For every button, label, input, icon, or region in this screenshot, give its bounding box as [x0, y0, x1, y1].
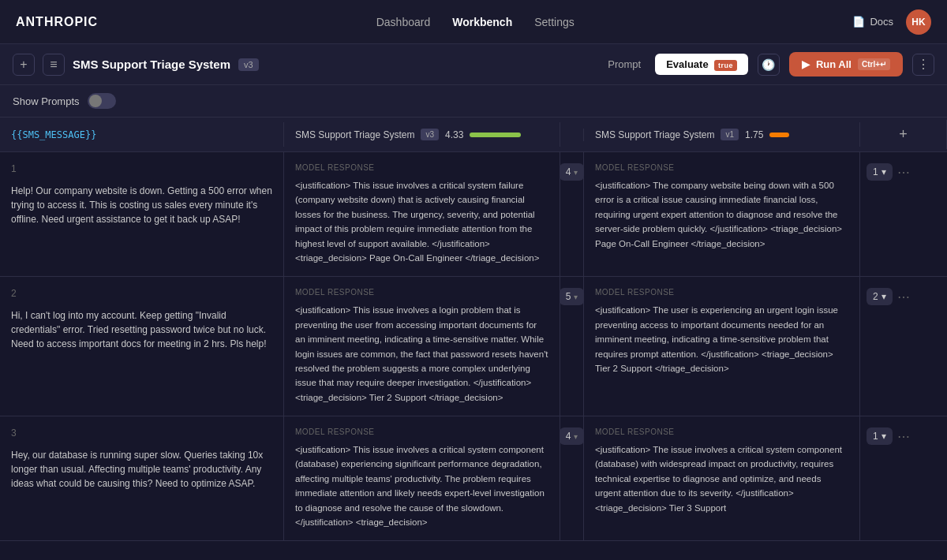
chevron-down-icon: ▾ [881, 166, 886, 177]
chevron-down-icon: ▾ [881, 431, 886, 442]
row-2-label-v3: MODEL RESPONSE [295, 288, 548, 297]
row-2-score-v3-cell: 5 ▾ [560, 277, 584, 416]
row-3-text-v1: <justification> The issue involves a cri… [595, 442, 848, 515]
row-1-score-v1[interactable]: 1 ▾ [867, 163, 893, 181]
beta-badge: true [714, 60, 737, 71]
show-prompts-bar: Show Prompts [0, 85, 947, 118]
row-3-label-v1: MODEL RESPONSE [595, 427, 848, 436]
model-v1-name: SMS Support Triage System [595, 129, 714, 140]
docs-icon: 📄 [852, 16, 865, 28]
score-bar-v3: 4.33 [445, 129, 521, 140]
add-button[interactable]: + [13, 54, 35, 76]
row-2-text-v3: <justification> This issue involves a lo… [295, 303, 548, 405]
docs-label: Docs [870, 16, 893, 28]
toolbar-right: 🕐 ▶ Run All Ctrl+↵ ⋮ [758, 52, 934, 77]
row-3-message: Hey, our database is running super slow.… [11, 448, 272, 491]
row-3-more-button[interactable]: ⋯ [896, 427, 911, 446]
row-3-message-cell: 3 Hey, our database is running super slo… [0, 416, 284, 540]
toolbar: + ≡ SMS Support Triage System v3 Prompt … [0, 44, 947, 85]
version-badge: v3 [238, 58, 259, 71]
score-bar-v3-fill [470, 133, 521, 137]
chevron-down-icon: ▾ [574, 293, 578, 301]
row-2-label-v1: MODEL RESPONSE [595, 288, 848, 297]
nav-settings[interactable]: Settings [534, 16, 575, 28]
row-3-score-v3-cell: 4 ▾ [560, 416, 584, 540]
th-message: {{SMS_MESSAGE}} [0, 122, 284, 147]
row-3-actions-row: 1 ▾ ⋯ [867, 427, 941, 446]
score-v1-val: 1.75 [745, 129, 763, 140]
table-header: {{SMS_MESSAGE}} SMS Support Triage Syste… [0, 118, 947, 152]
nav-right: 📄 Docs HK [852, 9, 931, 35]
row-3-actions: 1 ▾ ⋯ [860, 416, 947, 540]
row-2-score-v3-val: 5 [566, 291, 571, 302]
chevron-down-icon: ▾ [881, 291, 886, 302]
list-button[interactable]: ≡ [43, 54, 65, 76]
row-1-more-button[interactable]: ⋯ [896, 163, 911, 181]
top-navigation: ANTHROPIC Dashboard Workbench Settings 📄… [0, 0, 947, 44]
row-1-label-v1: MODEL RESPONSE [595, 163, 848, 172]
row-2-actions: 2 ▾ ⋯ [860, 277, 947, 416]
history-button[interactable]: 🕐 [758, 54, 780, 76]
row-2-score-v1[interactable]: 2 ▾ [867, 288, 893, 305]
th-add-col[interactable]: + [860, 120, 947, 149]
show-prompts-label: Show Prompts [13, 95, 80, 107]
row-1-text-v1: <justification> The company website bein… [595, 178, 848, 251]
nav-dashboard[interactable]: Dashboard [376, 16, 431, 28]
row-3-score-v3-val: 4 [566, 431, 571, 442]
logo: ANTHROPIC [16, 15, 98, 29]
chevron-down-icon: ▾ [574, 168, 578, 177]
table-row: 3 Hey, our database is running super slo… [0, 416, 947, 541]
row-2-number: 2 [11, 288, 272, 299]
th-model-v1: SMS Support Triage System v1 1.75 [584, 122, 860, 147]
row-1-message-cell: 1 Help! Our company website is down. Get… [0, 152, 284, 276]
project-title: SMS Support Triage System [73, 58, 230, 71]
row-1-score-v3-val: 4 [566, 166, 571, 177]
tab-prompt[interactable]: Prompt [597, 54, 652, 75]
main-content: {{SMS_MESSAGE}} SMS Support Triage Syste… [0, 118, 947, 560]
table-row: 2 Hi, I can't log into my account. Keep … [0, 277, 947, 416]
score-v3-val: 4.33 [445, 129, 463, 140]
table-row: 1 Help! Our company website is down. Get… [0, 152, 947, 277]
toolbar-left: + ≡ SMS Support Triage System v3 [13, 54, 587, 76]
row-1-actions-row: 1 ▾ ⋯ [867, 163, 941, 181]
template-var-header: {{SMS_MESSAGE}} [11, 129, 96, 140]
row-1-number: 1 [11, 163, 272, 174]
row-1-response-v1: MODEL RESPONSE <justification> The compa… [584, 152, 860, 276]
row-1-label-v3: MODEL RESPONSE [295, 163, 548, 172]
avatar[interactable]: HK [906, 9, 931, 35]
row-1-score-v3-cell: 4 ▾ [560, 152, 584, 276]
row-1-response-v3: MODEL RESPONSE <justification> This issu… [284, 152, 560, 276]
row-3-response-v3: MODEL RESPONSE <justification> This issu… [284, 416, 560, 540]
model-v1-version: v1 [721, 129, 739, 140]
row-3-label-v3: MODEL RESPONSE [295, 427, 548, 436]
run-all-shortcut: Ctrl+↵ [858, 58, 890, 70]
row-3-text-v3: <justification> This issue involves a cr… [295, 442, 548, 529]
add-column-button[interactable]: + [899, 126, 908, 143]
show-prompts-toggle[interactable] [88, 93, 116, 109]
row-2-message: Hi, I can't log into my account. Keep ge… [11, 308, 272, 351]
run-all-button[interactable]: ▶ Run All Ctrl+↵ [789, 52, 903, 77]
docs-button[interactable]: 📄 Docs [852, 16, 893, 28]
row-1-message: Help! Our company website is down. Getti… [11, 184, 272, 226]
chevron-down-icon: ▾ [574, 432, 578, 441]
row-2-response-v3: MODEL RESPONSE <justification> This issu… [284, 277, 560, 416]
row-2-response-v1: MODEL RESPONSE <justification> The user … [584, 277, 860, 416]
row-1-score-v3[interactable]: 4 ▾ [560, 163, 585, 181]
row-3-score-v3[interactable]: 4 ▾ [560, 427, 585, 445]
nav-workbench[interactable]: Workbench [452, 16, 512, 28]
row-2-message-cell: 2 Hi, I can't log into my account. Keep … [0, 277, 284, 416]
tab-evaluate[interactable]: Evaluate true [655, 54, 748, 75]
model-v3-name: SMS Support Triage System [295, 129, 414, 140]
row-2-score-v3[interactable]: 5 ▾ [560, 288, 585, 305]
score-bar-v1: 1.75 [745, 129, 789, 140]
more-button[interactable]: ⋮ [912, 54, 934, 76]
th-model-v3-inner: SMS Support Triage System v3 4.33 [295, 129, 548, 140]
row-3-score-v1[interactable]: 1 ▾ [867, 427, 893, 445]
run-all-label: Run All [816, 58, 852, 70]
row-3-response-v1: MODEL RESPONSE <justification> The issue… [584, 416, 860, 540]
row-2-actions-row: 2 ▾ ⋯ [867, 288, 941, 306]
nav-links: Dashboard Workbench Settings [376, 16, 575, 28]
row-2-more-button[interactable]: ⋯ [896, 288, 911, 306]
row-1-text-v3: <justification> This issue involves a cr… [295, 178, 548, 265]
row-3-number: 3 [11, 427, 272, 439]
